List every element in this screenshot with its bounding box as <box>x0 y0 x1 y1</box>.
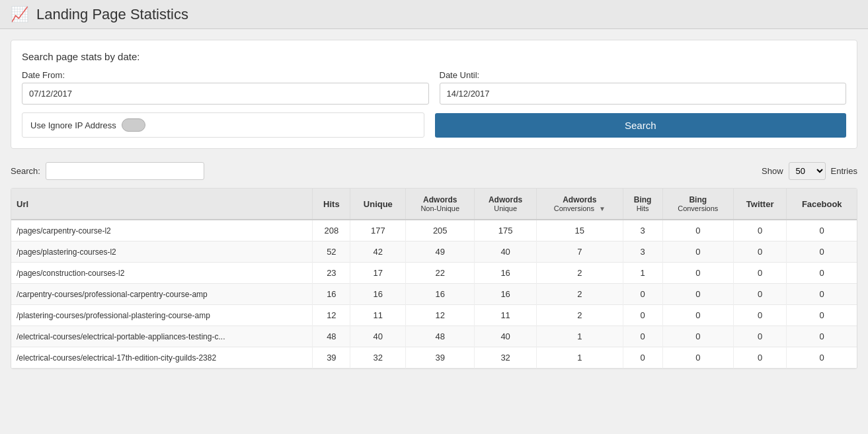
col-adwords-unique[interactable]: Adwords Unique <box>475 189 537 220</box>
search-filter-label: Search: <box>11 166 40 176</box>
cell-adwords_non_unique: 48 <box>406 326 475 347</box>
cell-adwords_non_unique: 205 <box>406 220 475 241</box>
cell-adwords_conversions: 2 <box>537 305 623 326</box>
col-hits[interactable]: Hits <box>313 189 350 220</box>
cell-adwords_unique: 40 <box>475 241 537 263</box>
cell-twitter: 0 <box>733 326 787 347</box>
cell-bing_conversions: 0 <box>662 347 733 369</box>
date-until-field: Date Until: <box>440 70 847 105</box>
cell-adwords_non_unique: 16 <box>406 284 475 305</box>
cell-bing_hits: 3 <box>623 220 662 241</box>
table-header: Url Hits Unique Adwords Non-Unique Adwor… <box>11 189 857 220</box>
date-from-input[interactable] <box>22 83 429 105</box>
cell-adwords_conversions: 1 <box>537 347 623 369</box>
col-url[interactable]: Url <box>11 189 313 220</box>
cell-unique: 32 <box>350 347 406 369</box>
cell-adwords_non_unique: 49 <box>406 241 475 263</box>
cell-unique: 16 <box>350 284 406 305</box>
col-adwords-conversions[interactable]: Adwords Conversions ▼ <box>537 189 623 220</box>
table-row: /pages/carpentry-course-l220817720517515… <box>11 220 857 241</box>
cell-adwords_conversions: 2 <box>537 284 623 305</box>
cell-adwords_non_unique: 22 <box>406 263 475 284</box>
cell-bing_hits: 0 <box>623 284 662 305</box>
entries-label: Entries <box>831 166 857 176</box>
cell-hits: 16 <box>313 284 350 305</box>
cell-facebook: 0 <box>787 220 857 241</box>
cell-twitter: 0 <box>733 347 787 369</box>
col-adwords-non-unique[interactable]: Adwords Non-Unique <box>406 189 475 220</box>
cell-adwords_unique: 16 <box>475 284 537 305</box>
col-bing-conversions[interactable]: Bing Conversions <box>662 189 733 220</box>
cell-hits: 39 <box>313 347 350 369</box>
cell-url: /pages/carpentry-course-l2 <box>11 220 313 241</box>
cell-facebook: 0 <box>787 284 857 305</box>
cell-twitter: 0 <box>733 220 787 241</box>
cell-hits: 52 <box>313 241 350 263</box>
search-box: Search page stats by date: Date From: Da… <box>11 40 857 149</box>
options-row: Use Ignore IP Address Search <box>22 112 846 138</box>
cell-hits: 12 <box>313 305 350 326</box>
col-twitter[interactable]: Twitter <box>733 189 787 220</box>
table-row: /pages/construction-courses-l22317221621… <box>11 263 857 284</box>
cell-bing_conversions: 0 <box>662 241 733 263</box>
chart-icon: 📈 <box>11 6 28 23</box>
cell-adwords_unique: 16 <box>475 263 537 284</box>
cell-hits: 23 <box>313 263 350 284</box>
cell-bing_hits: 0 <box>623 326 662 347</box>
cell-bing_conversions: 0 <box>662 326 733 347</box>
show-label: Show <box>762 166 783 176</box>
cell-adwords_non_unique: 39 <box>406 347 475 369</box>
ignore-ip-label: Use Ignore IP Address <box>30 120 116 130</box>
cell-adwords_non_unique: 12 <box>406 305 475 326</box>
date-from-label: Date From: <box>22 70 429 80</box>
cell-url: /plastering-courses/professional-plaster… <box>11 305 313 326</box>
cell-url: /pages/plastering-courses-l2 <box>11 241 313 263</box>
cell-adwords_unique: 40 <box>475 326 537 347</box>
ignore-ip-toggle[interactable] <box>122 118 145 132</box>
cell-bing_conversions: 0 <box>662 220 733 241</box>
date-until-input[interactable] <box>440 83 847 105</box>
cell-unique: 11 <box>350 305 406 326</box>
cell-unique: 17 <box>350 263 406 284</box>
cell-url: /electrical-courses/electrical-17th-edit… <box>11 347 313 369</box>
cell-facebook: 0 <box>787 347 857 369</box>
main-content: Search page stats by date: Date From: Da… <box>0 29 868 380</box>
cell-bing_conversions: 0 <box>662 305 733 326</box>
cell-adwords_unique: 175 <box>475 220 537 241</box>
table-row: /electrical-courses/electrical-17th-edit… <box>11 347 857 369</box>
cell-bing_hits: 0 <box>623 305 662 326</box>
cell-bing_conversions: 0 <box>662 284 733 305</box>
table-body: /pages/carpentry-course-l220817720517515… <box>11 220 857 369</box>
cell-unique: 42 <box>350 241 406 263</box>
search-box-title: Search page stats by date: <box>22 51 846 62</box>
date-from-field: Date From: <box>22 70 429 105</box>
search-filter: Search: <box>11 162 204 180</box>
cell-adwords_unique: 11 <box>475 305 537 326</box>
date-row: Date From: Date Until: <box>22 70 846 105</box>
entries-select[interactable]: 10 25 50 100 <box>789 162 826 180</box>
data-table-container: Url Hits Unique Adwords Non-Unique Adwor… <box>11 188 857 369</box>
search-filter-input[interactable] <box>46 162 204 180</box>
cell-bing_conversions: 0 <box>662 263 733 284</box>
header-row: Url Hits Unique Adwords Non-Unique Adwor… <box>11 189 857 220</box>
search-button[interactable]: Search <box>435 113 847 138</box>
page-title: Landing Page Statistics <box>36 6 188 23</box>
cell-facebook: 0 <box>787 305 857 326</box>
cell-facebook: 0 <box>787 326 857 347</box>
cell-adwords_conversions: 7 <box>537 241 623 263</box>
cell-bing_hits: 1 <box>623 263 662 284</box>
ignore-ip-container: Use Ignore IP Address <box>22 112 424 138</box>
col-bing-hits[interactable]: Bing Hits <box>623 189 662 220</box>
table-controls: Search: Show 10 25 50 100 Entries <box>11 159 857 183</box>
table-row: /pages/plastering-courses-l2524249407300… <box>11 241 857 263</box>
cell-url: /electrical-courses/electrical-portable-… <box>11 326 313 347</box>
col-unique[interactable]: Unique <box>350 189 406 220</box>
cell-bing_hits: 3 <box>623 241 662 263</box>
cell-twitter: 0 <box>733 263 787 284</box>
col-facebook[interactable]: Facebook <box>787 189 857 220</box>
cell-hits: 208 <box>313 220 350 241</box>
sort-indicator: ▼ <box>599 205 606 212</box>
cell-adwords_conversions: 1 <box>537 326 623 347</box>
cell-twitter: 0 <box>733 241 787 263</box>
cell-bing_hits: 0 <box>623 347 662 369</box>
